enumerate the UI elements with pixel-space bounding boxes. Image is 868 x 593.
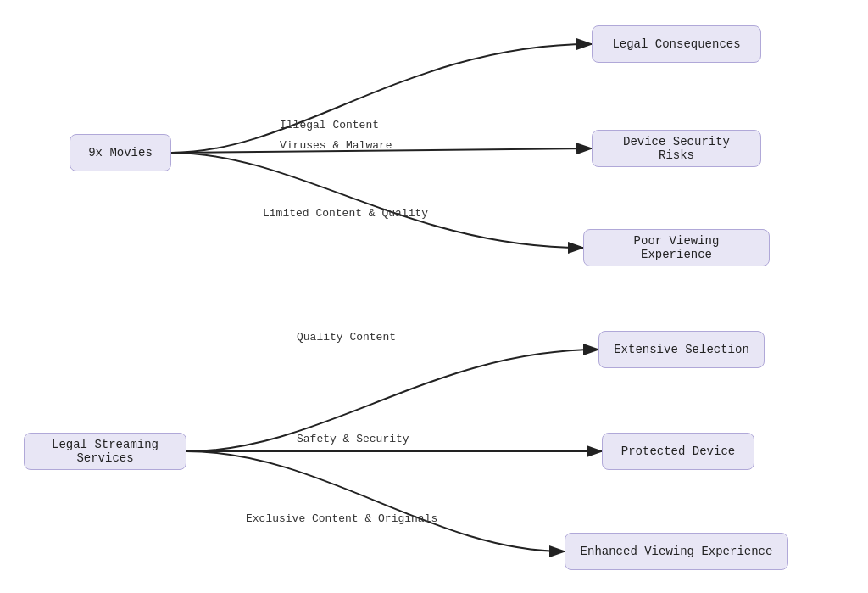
protected-device-label: Protected Device	[621, 445, 735, 458]
nine-x-movies-node: 9x Movies	[70, 134, 171, 171]
poor-viewing-label: Poor Viewing Experience	[596, 234, 757, 261]
poor-viewing-node: Poor Viewing Experience	[583, 229, 770, 266]
extensive-selection-node: Extensive Selection	[598, 331, 765, 368]
protected-device-node: Protected Device	[602, 433, 754, 470]
viruses-malware-label: Viruses & Malware	[280, 139, 392, 152]
exclusive-content-label: Exclusive Content & Originals	[246, 512, 437, 525]
illegal-content-label: Illegal Content	[280, 119, 379, 131]
enhanced-viewing-label: Enhanced Viewing Experience	[581, 545, 773, 558]
legal-streaming-label: Legal Streaming Services	[36, 438, 174, 465]
nine-x-movies-label: 9x Movies	[88, 146, 153, 159]
enhanced-viewing-node: Enhanced Viewing Experience	[565, 533, 788, 570]
device-security-node: Device Security Risks	[592, 130, 761, 167]
safety-security-label: Safety & Security	[297, 433, 409, 445]
legal-streaming-node: Legal Streaming Services	[24, 433, 186, 470]
legal-consequences-label: Legal Consequences	[612, 37, 740, 51]
legal-consequences-node: Legal Consequences	[592, 25, 761, 63]
device-security-label: Device Security Risks	[604, 135, 748, 162]
extensive-selection-label: Extensive Selection	[614, 343, 749, 356]
limited-content-label: Limited Content & Quality	[263, 207, 428, 220]
quality-content-label: Quality Content	[297, 331, 396, 344]
